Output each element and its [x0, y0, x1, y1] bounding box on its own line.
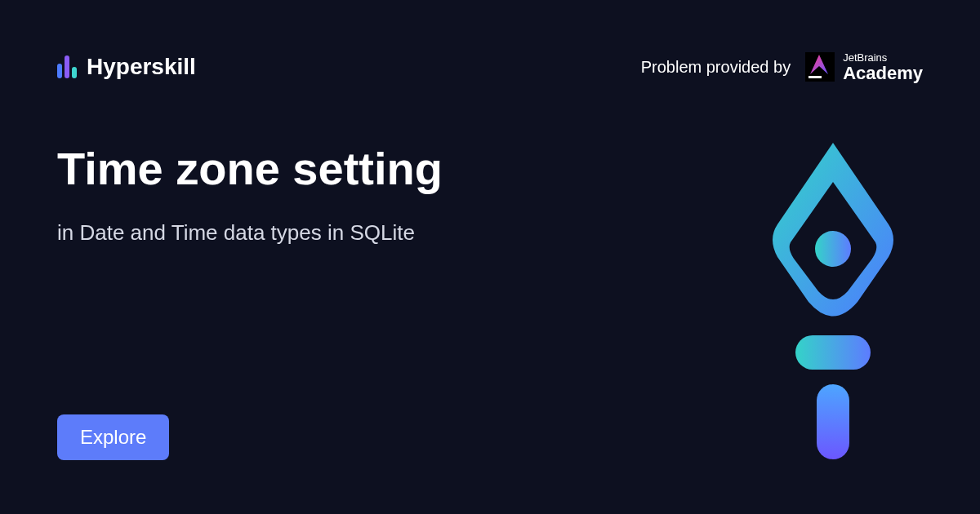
explore-button[interactable]: Explore — [57, 414, 169, 460]
academy-label: Academy — [843, 64, 923, 82]
pen-torch-icon — [760, 143, 906, 461]
page-subtitle: in Date and Time data types in SQLite — [57, 218, 443, 247]
provided-by-label: Problem provided by — [641, 58, 791, 77]
header: Hyperskill Problem provided by JetBrains — [57, 52, 923, 82]
jetbrains-academy-logo: JetBrains Academy — [805, 52, 923, 82]
jetbrains-label: JetBrains — [843, 52, 923, 64]
jetbrains-icon — [805, 52, 835, 82]
jetbrains-academy-text: JetBrains Academy — [843, 52, 923, 82]
svg-rect-3 — [817, 384, 849, 459]
provider-section: Problem provided by JetBrains Academy — [641, 52, 923, 82]
svg-rect-2 — [795, 335, 871, 370]
hyperskill-logo: Hyperskill — [57, 54, 196, 80]
hyperskill-brand-text: Hyperskill — [87, 54, 196, 80]
page-title: Time zone setting — [57, 143, 443, 195]
svg-marker-0 — [810, 55, 828, 74]
content-text: Time zone setting in Date and Time data … — [57, 143, 443, 248]
svg-point-1 — [815, 231, 851, 267]
hyperskill-icon — [57, 55, 77, 78]
